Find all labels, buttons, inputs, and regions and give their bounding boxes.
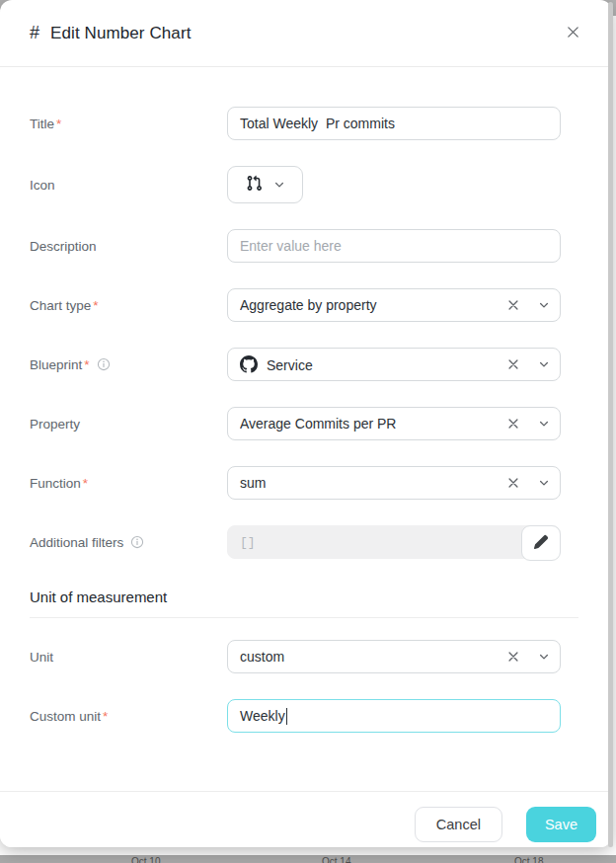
close-button[interactable] xyxy=(561,22,584,45)
title-input[interactable] xyxy=(227,107,561,140)
unit-select[interactable]: custom xyxy=(227,640,561,673)
chart-type-value: Aggregate by property xyxy=(240,297,506,313)
blueprint-label: Blueprint* xyxy=(30,357,227,372)
scrollbar[interactable] xyxy=(608,2,613,847)
function-select[interactable]: sum xyxy=(227,466,561,500)
chart-type-label: Chart type* xyxy=(30,298,227,313)
chevron-down-icon[interactable] xyxy=(538,418,550,430)
blueprint-select[interactable]: Service xyxy=(227,348,561,381)
form-row-description: Description xyxy=(30,229,612,263)
additional-filters-field: [] xyxy=(227,525,561,559)
pencil-icon xyxy=(533,534,549,553)
form-row-additional-filters: Additional filters [] xyxy=(30,525,612,559)
cancel-button[interactable]: Cancel xyxy=(415,807,502,842)
section-title-unit-of-measurement: Unit of measurement xyxy=(30,588,612,605)
unit-label: Unit xyxy=(30,650,227,665)
function-value: sum xyxy=(240,475,506,491)
description-label: Description xyxy=(30,239,227,254)
icon-select[interactable] xyxy=(227,166,303,203)
blueprint-value: Service xyxy=(240,355,506,373)
github-icon xyxy=(240,355,258,373)
additional-filters-label: Additional filters xyxy=(30,535,227,550)
required-marker: * xyxy=(56,117,61,131)
property-value: Average Commits per PR xyxy=(240,416,506,432)
function-label: Function* xyxy=(30,476,227,491)
form-row-blueprint: Blueprint* Service xyxy=(30,348,612,381)
modal-body: Title* Icon Description xyxy=(0,67,612,733)
clear-icon[interactable] xyxy=(506,417,520,431)
axis-tick-label: Oct 14 xyxy=(322,856,350,863)
git-pull-request-icon xyxy=(246,175,263,196)
axis-tick-label: Oct 10 xyxy=(131,856,160,863)
custom-unit-value: Weekly xyxy=(240,708,285,724)
info-icon[interactable] xyxy=(130,535,144,549)
icon-label: Icon xyxy=(30,178,227,193)
property-label: Property xyxy=(30,417,227,432)
chevron-down-icon[interactable] xyxy=(538,477,550,489)
required-marker: * xyxy=(103,709,108,724)
close-icon xyxy=(566,25,580,42)
chart-type-select[interactable]: Aggregate by property xyxy=(227,288,561,322)
form-row-title: Title* xyxy=(30,107,612,140)
custom-unit-label: Custom unit* xyxy=(30,709,227,724)
required-marker: * xyxy=(83,476,88,491)
text-caret xyxy=(286,708,287,725)
chevron-down-icon xyxy=(273,179,285,191)
form-row-chart-type: Chart type* Aggregate by property xyxy=(30,288,612,322)
chevron-down-icon[interactable] xyxy=(538,651,550,663)
property-select[interactable]: Average Commits per PR xyxy=(227,407,561,440)
title-label: Title* xyxy=(30,117,227,131)
clear-icon[interactable] xyxy=(506,298,520,312)
form-row-custom-unit: Custom unit* Weekly xyxy=(30,699,612,733)
clear-icon[interactable] xyxy=(506,476,520,490)
axis-tick-label: Oct 18 xyxy=(514,856,543,863)
edit-filters-button[interactable] xyxy=(521,525,561,561)
custom-unit-input[interactable]: Weekly xyxy=(227,699,561,733)
edit-number-chart-modal: # Edit Number Chart Title* Icon xyxy=(0,0,612,847)
info-icon[interactable] xyxy=(97,357,111,371)
modal-title: Edit Number Chart xyxy=(50,24,191,43)
form-row-property: Property Average Commits per PR xyxy=(30,407,612,440)
description-input[interactable] xyxy=(227,229,561,263)
number-chart-icon: # xyxy=(30,23,39,43)
clear-icon[interactable] xyxy=(506,357,520,371)
modal-header: # Edit Number Chart xyxy=(0,0,612,67)
chevron-down-icon[interactable] xyxy=(538,299,550,311)
form-row-unit: Unit custom xyxy=(30,640,612,673)
additional-filters-value: [] xyxy=(240,535,256,550)
required-marker: * xyxy=(84,357,89,372)
clear-icon[interactable] xyxy=(506,650,520,664)
required-marker: * xyxy=(93,298,98,313)
modal-footer: Cancel Save xyxy=(0,791,612,847)
form-row-function: Function* sum xyxy=(30,466,612,500)
chevron-down-icon[interactable] xyxy=(538,358,550,370)
section-divider xyxy=(30,617,578,618)
page-backdrop-chart-axis: Oct 10 Oct 14 Oct 18 xyxy=(0,855,616,863)
form-row-icon: Icon xyxy=(30,166,612,203)
save-button[interactable]: Save xyxy=(526,807,596,842)
unit-value: custom xyxy=(240,649,506,665)
